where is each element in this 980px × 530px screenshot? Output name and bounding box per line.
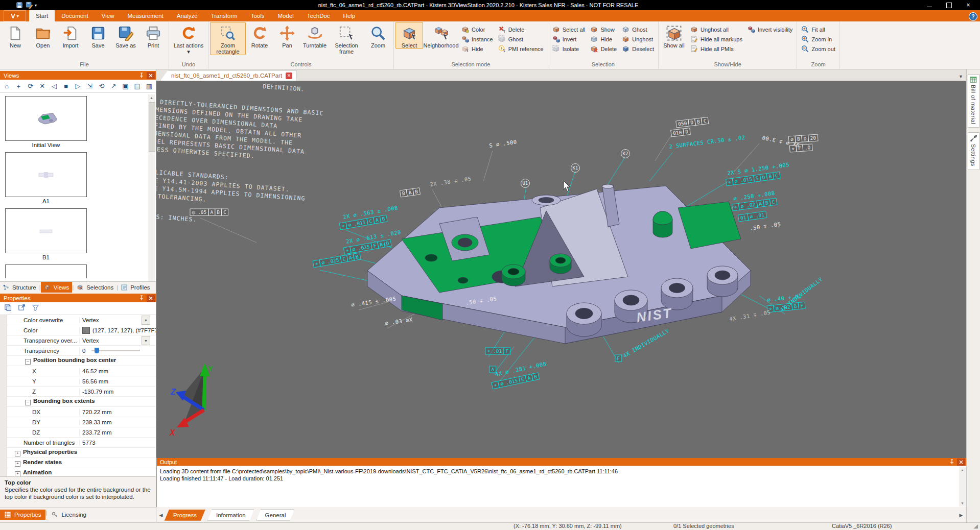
ghost-button[interactable]: Ghost	[619, 25, 657, 34]
delete-view-icon[interactable]: ✕	[37, 81, 48, 91]
property-row-position-bounding-box-center[interactable]: −Position bounding box center	[0, 356, 156, 366]
property-row-render-states[interactable]: +Render states	[0, 458, 156, 468]
tab-settings[interactable]: Settings	[968, 132, 979, 170]
export-view-icon[interactable]: ↗	[108, 81, 119, 91]
restore-button[interactable]	[939, 0, 959, 10]
menu-tab-model[interactable]: Model	[271, 10, 300, 21]
pmi-annotation[interactable]: A	[489, 366, 496, 373]
invert-visibility-button[interactable]: Invert visibility	[745, 25, 795, 34]
zoom-in-button[interactable]: Zoom in	[799, 34, 837, 44]
collapse-icon[interactable]: −	[25, 400, 31, 405]
show-button[interactable]: Show	[588, 25, 619, 34]
document-close-icon[interactable]: ✕	[286, 73, 292, 79]
menu-tab-transform[interactable]: Transform	[204, 10, 244, 21]
bottom-tab-information[interactable]: Information	[207, 510, 254, 521]
views-close-icon[interactable]	[147, 72, 155, 79]
deselect-button[interactable]: Deselect	[619, 44, 657, 54]
hide-button[interactable]: Hide	[588, 34, 619, 44]
collapse-icon[interactable]: −	[25, 359, 31, 365]
delete-button[interactable]: Delete	[588, 44, 619, 54]
properties-pin-icon[interactable]	[137, 295, 146, 302]
application-menu-button[interactable]: V▾	[4, 10, 26, 21]
loop-icon[interactable]: ⟲	[97, 81, 107, 91]
property-row-physical-properties[interactable]: +Physical properties	[0, 448, 156, 458]
tab-selections[interactable]: Selections	[74, 282, 116, 293]
thumbnail-image[interactable]	[5, 152, 87, 197]
menu-tab-document[interactable]: Document	[55, 10, 95, 21]
tab-profiles[interactable]: Profiles	[118, 282, 153, 293]
resize-grip[interactable]: ◢	[974, 523, 978, 529]
resize-icon[interactable]: ⇲	[85, 81, 95, 91]
select-button[interactable]: Select	[395, 22, 423, 49]
property-row-animation[interactable]: +Animation	[0, 468, 156, 476]
menu-tab-help[interactable]: Help	[337, 10, 362, 21]
document-list-chevron-icon[interactable]: ▼	[959, 74, 963, 79]
tab-views[interactable]: Views	[41, 282, 72, 293]
menu-tab-techdoc[interactable]: TechDoc	[300, 10, 337, 21]
save-as-button[interactable]: Save as	[112, 22, 139, 49]
menu-tab-measurement[interactable]: Measurement	[121, 10, 170, 21]
property-row-bounding-box-extents[interactable]: −Bounding box extents	[0, 397, 156, 407]
instance-button[interactable]: Instance	[459, 34, 496, 44]
help-icon[interactable]: ?	[969, 12, 977, 21]
show-all-button[interactable]: Show all	[660, 22, 688, 49]
unghost-button[interactable]: Unghost	[619, 34, 657, 44]
property-value[interactable]: Vertex▼	[80, 335, 156, 345]
next-view-icon[interactable]: ▷	[73, 81, 83, 91]
select-all-button[interactable]: Select all	[550, 25, 588, 34]
fit-all-button[interactable]: Fit all	[799, 25, 837, 34]
tab-bill-of-material[interactable]: Bill of material	[968, 74, 979, 128]
isolate-button[interactable]: Isolate	[550, 44, 588, 54]
property-value[interactable]: (127, 127, 127), (#7F7F7F)	[80, 325, 156, 335]
new-button[interactable]: New	[2, 22, 29, 49]
tab-scroll-left-icon[interactable]: ◀	[157, 513, 165, 518]
view-thumbnail-partial[interactable]	[5, 264, 87, 278]
bottom-tab-general[interactable]: General	[256, 510, 295, 521]
pdf-export-icon[interactable]: ▤	[132, 81, 143, 91]
thumbnail-image[interactable]	[5, 96, 87, 141]
last-actions-button[interactable]: Last actions ▾	[171, 22, 206, 55]
viewport-3d[interactable]: 2. DIRECTLY-TOLERANCED DIMENSIONS AND BA…	[156, 81, 967, 458]
output-pin-icon[interactable]	[948, 459, 956, 466]
view-thumbnail-a1[interactable]: A1	[5, 152, 87, 205]
pmi-annotation[interactable]: F	[615, 355, 622, 362]
stop-icon[interactable]: ■	[61, 81, 71, 91]
import-button[interactable]: Import	[57, 22, 84, 49]
properties-close-icon[interactable]	[147, 295, 155, 302]
open-button[interactable]: Open	[29, 22, 57, 49]
rotate-button[interactable]: Rotate	[246, 22, 273, 49]
menu-tab-start[interactable]: Start	[29, 10, 55, 21]
pdf-template-icon[interactable]: ▥	[144, 81, 154, 91]
views-scrollbar[interactable]: ▲	[148, 94, 155, 281]
save-icon[interactable]	[15, 2, 23, 9]
save-button[interactable]: Save	[84, 22, 112, 49]
bottom-tab-progress[interactable]: Progress	[165, 510, 205, 521]
export-icon[interactable]	[18, 304, 26, 314]
property-value[interactable]: 0	[80, 346, 156, 355]
turntable-button[interactable]: Turntable	[301, 22, 329, 49]
save-as-icon[interactable]	[25, 2, 33, 9]
update-view-icon[interactable]: ⟳	[25, 81, 35, 91]
add-view-icon[interactable]: ＋	[13, 81, 24, 91]
home-icon[interactable]: ⌂	[2, 81, 12, 91]
output-close-icon[interactable]	[957, 459, 965, 466]
scroll-down-icon[interactable]: ▼	[959, 500, 966, 507]
zoom-button[interactable]: Zoom	[364, 22, 392, 49]
expand-icon[interactable]: +	[15, 471, 20, 476]
close-button[interactable]: ×	[959, 0, 978, 10]
zoom-out-button[interactable]: Zoom out	[799, 44, 837, 54]
view-thumbnail-initial-view[interactable]: Initial View	[5, 96, 87, 149]
delete-button[interactable]: Delete	[496, 25, 546, 34]
hide-all-markups-button[interactable]: Hide all markups	[688, 34, 745, 44]
zoom-rectangle-button[interactable]: Zoom rectangle	[210, 22, 246, 55]
scroll-up-icon[interactable]: ▲	[959, 467, 966, 474]
dropdown-arrow-icon[interactable]: ▼	[142, 336, 150, 345]
neighborhood-button[interactable]: Neighborhood	[423, 22, 459, 49]
views-pin-icon[interactable]	[137, 72, 146, 79]
hide-all-pmis-button[interactable]: Hide all PMIs	[688, 44, 745, 54]
property-value[interactable]: Vertex▼	[80, 315, 156, 325]
previous-view-icon[interactable]: ◁	[49, 81, 59, 91]
hide-button[interactable]: Hide	[459, 44, 496, 54]
tab-scroll-right-icon[interactable]: ▶	[958, 513, 965, 518]
pmi-annotation[interactable]: ⌖F.O	[789, 144, 812, 152]
